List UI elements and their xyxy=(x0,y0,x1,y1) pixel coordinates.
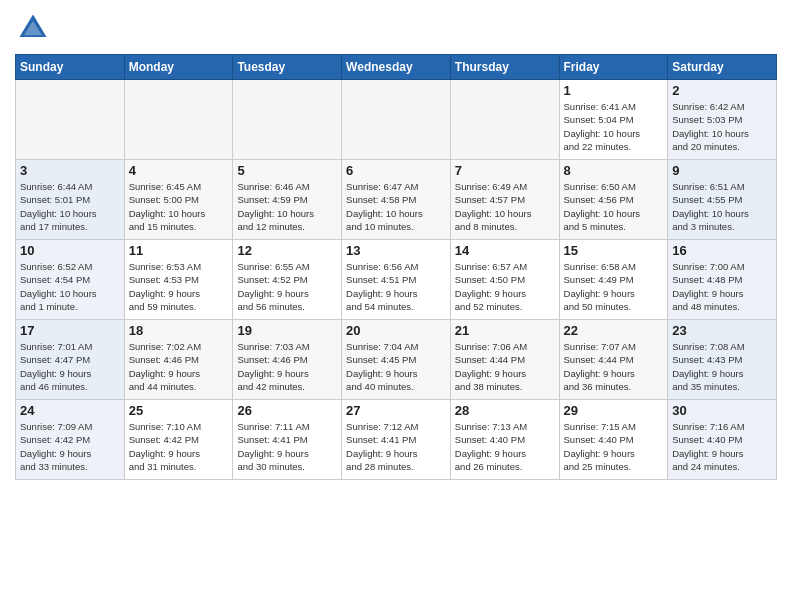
day-info: Sunrise: 6:58 AM Sunset: 4:49 PM Dayligh… xyxy=(564,260,664,313)
day-info: Sunrise: 6:50 AM Sunset: 4:56 PM Dayligh… xyxy=(564,180,664,233)
calendar-cell: 2Sunrise: 6:42 AM Sunset: 5:03 PM Daylig… xyxy=(668,80,777,160)
day-number: 12 xyxy=(237,243,337,258)
day-number: 14 xyxy=(455,243,555,258)
header xyxy=(15,10,777,46)
calendar-cell: 23Sunrise: 7:08 AM Sunset: 4:43 PM Dayli… xyxy=(668,320,777,400)
day-number: 17 xyxy=(20,323,120,338)
calendar-cell: 22Sunrise: 7:07 AM Sunset: 4:44 PM Dayli… xyxy=(559,320,668,400)
day-info: Sunrise: 6:42 AM Sunset: 5:03 PM Dayligh… xyxy=(672,100,772,153)
day-info: Sunrise: 6:51 AM Sunset: 4:55 PM Dayligh… xyxy=(672,180,772,233)
day-number: 7 xyxy=(455,163,555,178)
header-row: SundayMondayTuesdayWednesdayThursdayFrid… xyxy=(16,55,777,80)
calendar-cell xyxy=(124,80,233,160)
calendar-cell xyxy=(450,80,559,160)
calendar-cell: 11Sunrise: 6:53 AM Sunset: 4:53 PM Dayli… xyxy=(124,240,233,320)
day-number: 25 xyxy=(129,403,229,418)
week-row-5: 24Sunrise: 7:09 AM Sunset: 4:42 PM Dayli… xyxy=(16,400,777,480)
day-info: Sunrise: 7:16 AM Sunset: 4:40 PM Dayligh… xyxy=(672,420,772,473)
day-info: Sunrise: 7:11 AM Sunset: 4:41 PM Dayligh… xyxy=(237,420,337,473)
day-number: 21 xyxy=(455,323,555,338)
calendar-cell xyxy=(342,80,451,160)
calendar-page: SundayMondayTuesdayWednesdayThursdayFrid… xyxy=(0,0,792,495)
calendar-cell: 20Sunrise: 7:04 AM Sunset: 4:45 PM Dayli… xyxy=(342,320,451,400)
col-header-tuesday: Tuesday xyxy=(233,55,342,80)
day-number: 16 xyxy=(672,243,772,258)
day-number: 8 xyxy=(564,163,664,178)
calendar-cell xyxy=(233,80,342,160)
calendar-cell: 15Sunrise: 6:58 AM Sunset: 4:49 PM Dayli… xyxy=(559,240,668,320)
day-info: Sunrise: 7:00 AM Sunset: 4:48 PM Dayligh… xyxy=(672,260,772,313)
day-number: 28 xyxy=(455,403,555,418)
col-header-friday: Friday xyxy=(559,55,668,80)
week-row-1: 1Sunrise: 6:41 AM Sunset: 5:04 PM Daylig… xyxy=(16,80,777,160)
day-number: 13 xyxy=(346,243,446,258)
day-number: 18 xyxy=(129,323,229,338)
calendar-cell: 16Sunrise: 7:00 AM Sunset: 4:48 PM Dayli… xyxy=(668,240,777,320)
day-info: Sunrise: 6:53 AM Sunset: 4:53 PM Dayligh… xyxy=(129,260,229,313)
week-row-3: 10Sunrise: 6:52 AM Sunset: 4:54 PM Dayli… xyxy=(16,240,777,320)
day-info: Sunrise: 7:15 AM Sunset: 4:40 PM Dayligh… xyxy=(564,420,664,473)
col-header-sunday: Sunday xyxy=(16,55,125,80)
day-number: 24 xyxy=(20,403,120,418)
day-info: Sunrise: 7:10 AM Sunset: 4:42 PM Dayligh… xyxy=(129,420,229,473)
calendar-cell: 26Sunrise: 7:11 AM Sunset: 4:41 PM Dayli… xyxy=(233,400,342,480)
calendar-cell: 9Sunrise: 6:51 AM Sunset: 4:55 PM Daylig… xyxy=(668,160,777,240)
day-number: 27 xyxy=(346,403,446,418)
day-info: Sunrise: 6:57 AM Sunset: 4:50 PM Dayligh… xyxy=(455,260,555,313)
logo-icon xyxy=(15,10,51,46)
day-number: 29 xyxy=(564,403,664,418)
day-number: 19 xyxy=(237,323,337,338)
week-row-4: 17Sunrise: 7:01 AM Sunset: 4:47 PM Dayli… xyxy=(16,320,777,400)
calendar-cell: 5Sunrise: 6:46 AM Sunset: 4:59 PM Daylig… xyxy=(233,160,342,240)
day-number: 26 xyxy=(237,403,337,418)
day-number: 10 xyxy=(20,243,120,258)
calendar-cell: 4Sunrise: 6:45 AM Sunset: 5:00 PM Daylig… xyxy=(124,160,233,240)
calendar-cell: 29Sunrise: 7:15 AM Sunset: 4:40 PM Dayli… xyxy=(559,400,668,480)
calendar-cell: 24Sunrise: 7:09 AM Sunset: 4:42 PM Dayli… xyxy=(16,400,125,480)
day-number: 3 xyxy=(20,163,120,178)
calendar-cell: 12Sunrise: 6:55 AM Sunset: 4:52 PM Dayli… xyxy=(233,240,342,320)
day-info: Sunrise: 6:44 AM Sunset: 5:01 PM Dayligh… xyxy=(20,180,120,233)
day-info: Sunrise: 6:45 AM Sunset: 5:00 PM Dayligh… xyxy=(129,180,229,233)
calendar-cell: 27Sunrise: 7:12 AM Sunset: 4:41 PM Dayli… xyxy=(342,400,451,480)
day-info: Sunrise: 6:46 AM Sunset: 4:59 PM Dayligh… xyxy=(237,180,337,233)
calendar-cell: 19Sunrise: 7:03 AM Sunset: 4:46 PM Dayli… xyxy=(233,320,342,400)
day-number: 4 xyxy=(129,163,229,178)
day-number: 2 xyxy=(672,83,772,98)
day-info: Sunrise: 7:01 AM Sunset: 4:47 PM Dayligh… xyxy=(20,340,120,393)
day-info: Sunrise: 6:47 AM Sunset: 4:58 PM Dayligh… xyxy=(346,180,446,233)
week-row-2: 3Sunrise: 6:44 AM Sunset: 5:01 PM Daylig… xyxy=(16,160,777,240)
calendar-cell: 17Sunrise: 7:01 AM Sunset: 4:47 PM Dayli… xyxy=(16,320,125,400)
calendar-cell xyxy=(16,80,125,160)
calendar-cell: 21Sunrise: 7:06 AM Sunset: 4:44 PM Dayli… xyxy=(450,320,559,400)
calendar-cell: 14Sunrise: 6:57 AM Sunset: 4:50 PM Dayli… xyxy=(450,240,559,320)
calendar-table: SundayMondayTuesdayWednesdayThursdayFrid… xyxy=(15,54,777,480)
day-info: Sunrise: 7:06 AM Sunset: 4:44 PM Dayligh… xyxy=(455,340,555,393)
logo xyxy=(15,10,55,46)
calendar-cell: 8Sunrise: 6:50 AM Sunset: 4:56 PM Daylig… xyxy=(559,160,668,240)
day-number: 30 xyxy=(672,403,772,418)
day-info: Sunrise: 7:08 AM Sunset: 4:43 PM Dayligh… xyxy=(672,340,772,393)
day-number: 11 xyxy=(129,243,229,258)
calendar-cell: 3Sunrise: 6:44 AM Sunset: 5:01 PM Daylig… xyxy=(16,160,125,240)
day-info: Sunrise: 6:41 AM Sunset: 5:04 PM Dayligh… xyxy=(564,100,664,153)
col-header-saturday: Saturday xyxy=(668,55,777,80)
calendar-cell: 1Sunrise: 6:41 AM Sunset: 5:04 PM Daylig… xyxy=(559,80,668,160)
calendar-cell: 7Sunrise: 6:49 AM Sunset: 4:57 PM Daylig… xyxy=(450,160,559,240)
day-info: Sunrise: 6:56 AM Sunset: 4:51 PM Dayligh… xyxy=(346,260,446,313)
day-number: 9 xyxy=(672,163,772,178)
col-header-wednesday: Wednesday xyxy=(342,55,451,80)
day-info: Sunrise: 7:04 AM Sunset: 4:45 PM Dayligh… xyxy=(346,340,446,393)
day-number: 15 xyxy=(564,243,664,258)
day-info: Sunrise: 7:07 AM Sunset: 4:44 PM Dayligh… xyxy=(564,340,664,393)
calendar-cell: 18Sunrise: 7:02 AM Sunset: 4:46 PM Dayli… xyxy=(124,320,233,400)
day-info: Sunrise: 7:13 AM Sunset: 4:40 PM Dayligh… xyxy=(455,420,555,473)
day-info: Sunrise: 7:03 AM Sunset: 4:46 PM Dayligh… xyxy=(237,340,337,393)
day-info: Sunrise: 6:52 AM Sunset: 4:54 PM Dayligh… xyxy=(20,260,120,313)
day-number: 5 xyxy=(237,163,337,178)
calendar-cell: 6Sunrise: 6:47 AM Sunset: 4:58 PM Daylig… xyxy=(342,160,451,240)
calendar-cell: 25Sunrise: 7:10 AM Sunset: 4:42 PM Dayli… xyxy=(124,400,233,480)
col-header-monday: Monday xyxy=(124,55,233,80)
calendar-cell: 13Sunrise: 6:56 AM Sunset: 4:51 PM Dayli… xyxy=(342,240,451,320)
day-info: Sunrise: 7:09 AM Sunset: 4:42 PM Dayligh… xyxy=(20,420,120,473)
